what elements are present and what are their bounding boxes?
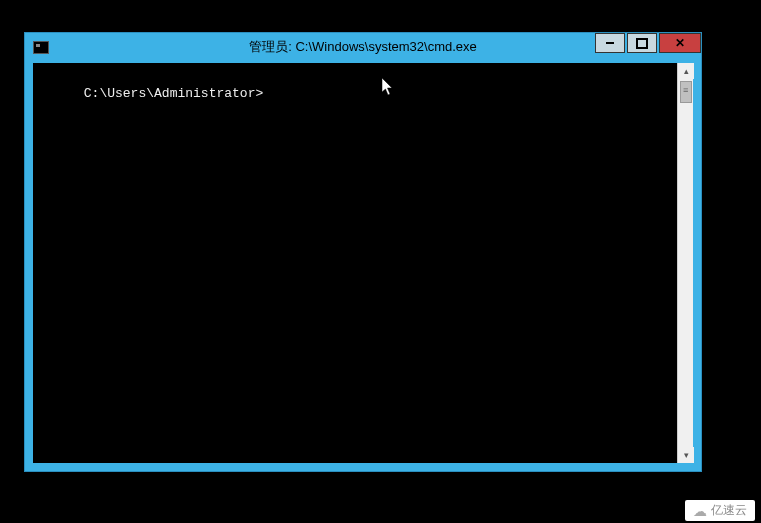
scroll-down-arrow[interactable]: ▾ xyxy=(678,447,694,463)
scroll-thumb[interactable] xyxy=(680,81,692,103)
watermark-text: 亿速云 xyxy=(711,502,747,519)
prompt-text: C:\Users\Administrator> xyxy=(84,86,263,101)
cmd-icon xyxy=(33,41,49,54)
scroll-up-arrow[interactable]: ▴ xyxy=(678,63,694,79)
watermark: ☁ 亿速云 xyxy=(685,500,755,521)
cloud-icon: ☁ xyxy=(693,503,707,519)
window-controls xyxy=(593,33,701,53)
terminal-output[interactable]: C:\Users\Administrator> xyxy=(33,63,677,463)
titlebar[interactable]: 管理员: C:\Windows\system32\cmd.exe xyxy=(25,33,701,61)
client-area: C:\Users\Administrator> ▴ ▾ xyxy=(33,63,693,463)
vertical-scrollbar[interactable]: ▴ ▾ xyxy=(677,63,693,463)
cmd-window: 管理员: C:\Windows\system32\cmd.exe C:\User… xyxy=(24,32,702,472)
minimize-button[interactable] xyxy=(595,33,625,53)
window-title: 管理员: C:\Windows\system32\cmd.exe xyxy=(249,38,477,56)
maximize-button[interactable] xyxy=(627,33,657,53)
close-button[interactable] xyxy=(659,33,701,53)
